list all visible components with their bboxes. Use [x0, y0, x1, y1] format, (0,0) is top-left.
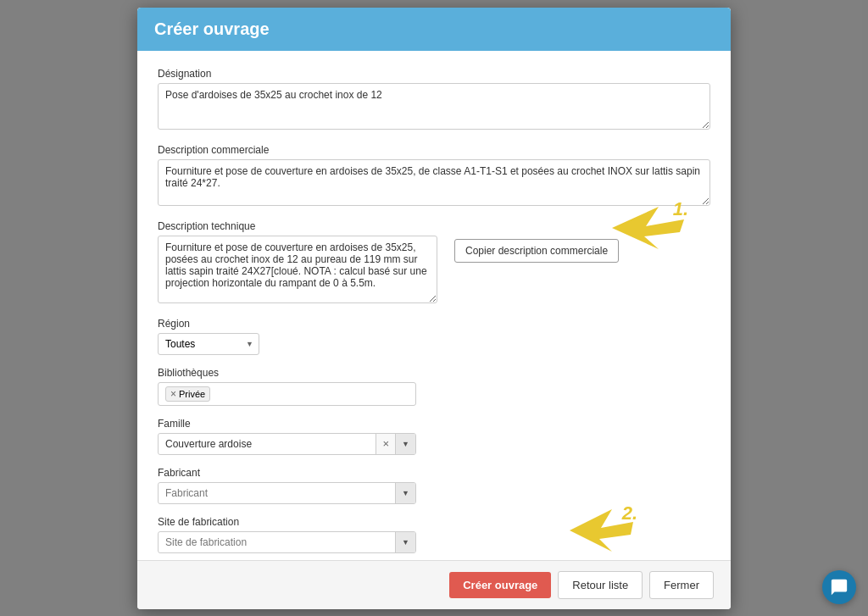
bibliotheque-tag-privee[interactable]: × Privée — [165, 386, 210, 402]
famille-input[interactable]: Couverture ardoise — [159, 434, 376, 454]
region-select[interactable]: Toutes Île-de-France Bretagne Normandie — [158, 333, 259, 355]
create-ouvrage-button[interactable]: Créer ouvrage — [449, 572, 551, 598]
site-fabrication-input[interactable] — [159, 532, 395, 552]
chat-icon — [830, 578, 849, 597]
tech-desc-right: Copier description commerciale — [454, 220, 710, 263]
fabricant-group: Fabricant ▼ — [158, 467, 710, 504]
tech-desc-group: Description technique Fourniture et pose… — [158, 220, 437, 306]
designation-label: Désignation — [158, 68, 710, 80]
commercial-desc-input[interactable]: Fourniture et pose de couverture en ardo… — [158, 159, 710, 206]
region-group: Région Toutes Île-de-France Bretagne Nor… — [158, 318, 710, 355]
fabricant-input[interactable] — [159, 483, 395, 503]
bibliotheques-group: Bibliothèques × Privée — [158, 367, 710, 406]
site-fabrication-label: Site de fabrication — [158, 516, 710, 528]
fermer-button[interactable]: Fermer — [649, 571, 714, 599]
site-fabrication-group: Site de fabrication ▼ — [158, 516, 710, 553]
tech-desc-left: Description technique Fourniture et pose… — [158, 220, 437, 318]
region-select-wrapper: Toutes Île-de-France Bretagne Normandie — [158, 333, 259, 355]
commercial-desc-group: Description commerciale Fourniture et po… — [158, 144, 710, 208]
chat-bubble-button[interactable] — [822, 570, 856, 604]
commercial-desc-label: Description commerciale — [158, 144, 710, 156]
tech-desc-input[interactable]: Fourniture et pose de couverture en ardo… — [158, 236, 437, 303]
famille-dropdown-button[interactable]: ▼ — [395, 434, 415, 454]
famille-label: Famille — [158, 418, 710, 430]
fabricant-label: Fabricant — [158, 467, 710, 479]
modal-overlay: Créer ouvrage Désignation Pose d'ardoise… — [0, 0, 868, 616]
modal-title: Créer ouvrage — [154, 19, 714, 39]
modal-body: Désignation Pose d'ardoises de 35x25 au … — [137, 51, 731, 560]
tech-desc-label: Description technique — [158, 220, 437, 232]
designation-input[interactable]: Pose d'ardoises de 35x25 au crochet inox… — [158, 83, 710, 130]
site-fabrication-dropdown-button[interactable]: ▼ — [395, 532, 415, 552]
region-label: Région — [158, 318, 710, 330]
bibliotheques-label: Bibliothèques — [158, 367, 710, 379]
retour-liste-button[interactable]: Retour liste — [558, 571, 643, 599]
copy-commercial-desc-button[interactable]: Copier description commerciale — [454, 239, 619, 263]
fabricant-dropdown-button[interactable]: ▼ — [395, 483, 415, 503]
bibliotheques-input[interactable]: × Privée — [158, 382, 416, 406]
site-fabrication-dropdown[interactable]: ▼ — [158, 531, 416, 553]
tag-remove-icon[interactable]: × — [170, 388, 176, 400]
tag-label: Privée — [179, 389, 205, 399]
famille-dropdown[interactable]: Couverture ardoise × ▼ — [158, 433, 416, 455]
famille-group: Famille Couverture ardoise × ▼ — [158, 418, 710, 455]
modal-header: Créer ouvrage — [137, 8, 731, 51]
modal-dialog: Créer ouvrage Désignation Pose d'ardoise… — [137, 8, 731, 609]
fabricant-dropdown[interactable]: ▼ — [158, 482, 416, 504]
famille-clear-button[interactable]: × — [376, 434, 395, 454]
modal-footer: Créer ouvrage Retour liste Fermer — [137, 560, 731, 609]
designation-group: Désignation Pose d'ardoises de 35x25 au … — [158, 68, 710, 132]
tech-desc-row: Description technique Fourniture et pose… — [158, 220, 710, 318]
